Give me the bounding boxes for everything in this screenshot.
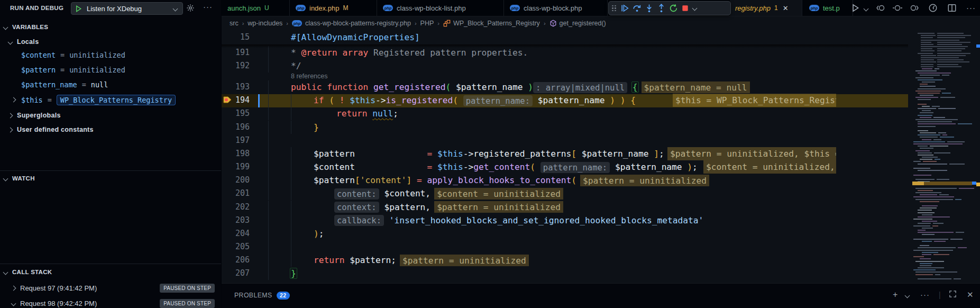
continue-to-icon[interactable] bbox=[909, 3, 920, 13]
section-watch[interactable]: WATCH bbox=[4, 175, 35, 182]
callstack-frame[interactable]: Request 97 (9:41:42 PM)PAUSED ON STEP bbox=[12, 284, 215, 293]
minimap-line bbox=[922, 234, 935, 235]
tab-aunch-json[interactable]: aunch.jsonU bbox=[222, 0, 290, 16]
variable-row[interactable]: $pattern_name = null bbox=[21, 80, 108, 89]
breadcrumb-item[interactable]: PHP bbox=[420, 20, 434, 27]
step-over-button[interactable] bbox=[633, 4, 642, 13]
panel-tab-output[interactable]: OUTPUT bbox=[300, 304, 980, 308]
minimap-line bbox=[937, 179, 949, 180]
tab-index-php[interactable]: phpindex.phpM bbox=[290, 0, 377, 16]
overview-ruler-current-marker bbox=[976, 183, 980, 186]
breadcrumb-item[interactable]: WP_Block_Patterns_Registry bbox=[453, 20, 540, 27]
inlay-hint: pattern_name: bbox=[541, 162, 610, 173]
breadcrumb[interactable]: src›wp-includes›phpclass-wp-block-patter… bbox=[222, 16, 908, 31]
variable-row[interactable]: $pattern = uninitialized bbox=[21, 66, 125, 74]
split-editor-icon[interactable] bbox=[947, 3, 957, 13]
close-tab-icon[interactable]: ✕ bbox=[783, 4, 789, 12]
step-out-button[interactable] bbox=[657, 4, 666, 13]
minimap-line bbox=[915, 192, 941, 193]
maximize-panel-icon[interactable] bbox=[949, 290, 957, 298]
minimap-line bbox=[935, 274, 940, 275]
tab-git-status: U bbox=[264, 4, 269, 12]
minimap-line bbox=[918, 104, 927, 105]
start-debug-icon[interactable] bbox=[75, 5, 83, 13]
function-name: is_registered bbox=[386, 95, 453, 105]
sticky-line-number: 15 bbox=[222, 31, 250, 44]
timeline-icon[interactable] bbox=[928, 3, 938, 13]
overview-ruler-marker-blue bbox=[976, 44, 980, 48]
continue-button[interactable] bbox=[620, 4, 629, 13]
section-variables[interactable]: VARIABLES bbox=[4, 24, 48, 30]
debug-current-step-icon[interactable] bbox=[223, 95, 233, 104]
restart-button[interactable] bbox=[669, 4, 678, 13]
breadcrumb-item[interactable]: get_registered() bbox=[560, 20, 606, 27]
minimap-line bbox=[918, 223, 931, 224]
minimap-line bbox=[920, 84, 928, 85]
panel-tab-badge: 22 bbox=[277, 292, 290, 300]
vscode-window: 8 references191* @return array Registere… bbox=[0, 0, 980, 308]
sticky-scroll-line[interactable]: 15 #[AllowDynamicProperties] bbox=[222, 31, 908, 44]
line-number: 207 bbox=[222, 267, 250, 280]
minimap-line bbox=[921, 37, 933, 38]
scope-user-defined-constants[interactable]: User defined constants bbox=[8, 126, 94, 133]
section-call-stack[interactable]: CALL STACK bbox=[4, 269, 52, 275]
tab-problem-count: 1 bbox=[774, 4, 778, 12]
callstack-frame[interactable]: Request 98 (9:42:42 PM)PAUSED ON STEP bbox=[12, 299, 215, 308]
new-terminal-button[interactable]: + bbox=[893, 290, 897, 300]
code-text bbox=[458, 95, 463, 105]
minimap-line bbox=[918, 232, 954, 233]
minimap-line bbox=[950, 239, 963, 240]
stop-dropdown-chevron[interactable] bbox=[692, 6, 698, 11]
minimap-line bbox=[942, 93, 951, 94]
breadcrumb-item[interactable]: class-wp-block-patterns-registry.php bbox=[305, 20, 411, 27]
tab-class-wp-block-list-php[interactable]: phpclass-wp-block-list.php bbox=[377, 0, 504, 16]
codelens-references[interactable]: 8 references bbox=[222, 73, 908, 81]
panel-more-actions[interactable]: ··· bbox=[920, 290, 930, 300]
bracket: [ bbox=[355, 175, 360, 185]
minimap-line bbox=[913, 219, 932, 220]
separator[interactable]: | bbox=[939, 290, 941, 300]
variable-row[interactable]: $content = uninitialized bbox=[21, 51, 125, 59]
breadcrumb-item[interactable]: src bbox=[230, 20, 239, 27]
debug-inline-value: $this = WP_Block_Patterns_Registry, $pat… bbox=[673, 94, 836, 107]
scope-locals[interactable]: Locals bbox=[8, 38, 39, 46]
code-text bbox=[535, 162, 541, 172]
run-dropdown-chevron[interactable] bbox=[864, 3, 868, 13]
code-line-content: */ bbox=[291, 59, 301, 73]
code-line-195: 195return null; bbox=[222, 107, 908, 120]
launch-config-dropdown[interactable]: Listen for XDebug bbox=[71, 2, 183, 15]
tab-active-registry-php[interactable]: registry.php1✕ bbox=[730, 0, 802, 16]
breadcrumb-item[interactable]: wp-includes bbox=[248, 20, 282, 27]
line-number: 197 bbox=[222, 134, 250, 147]
codelens-text[interactable]: 8 references bbox=[291, 73, 327, 80]
panel-tab-problems[interactable]: PROBLEMS22 bbox=[234, 286, 980, 304]
tab-class-wp-block-php[interactable]: phpclass-wp-block.php bbox=[504, 0, 608, 16]
tab-test-p[interactable]: phptest.p bbox=[802, 0, 853, 16]
minimap-line bbox=[918, 230, 926, 231]
keyword: public bbox=[291, 82, 322, 92]
indent-guide bbox=[268, 94, 269, 107]
drag-handle-icon[interactable] bbox=[612, 5, 616, 12]
settings-gear-icon[interactable] bbox=[186, 4, 195, 12]
minimap-line bbox=[918, 53, 933, 54]
debug-inline-value: $pattern_name = null bbox=[642, 81, 750, 93]
close-panel-icon[interactable]: ✕ bbox=[967, 290, 974, 300]
stop-button[interactable] bbox=[681, 4, 689, 12]
minimap-line bbox=[920, 137, 938, 138]
code-text: -> bbox=[375, 95, 386, 105]
scope-superglobals[interactable]: Superglobals bbox=[8, 112, 61, 119]
sidebar-more-actions[interactable]: ··· bbox=[203, 2, 213, 11]
variable-row[interactable]: $this = WP_Block_Patterns_Registry bbox=[21, 95, 176, 105]
indent-guide bbox=[268, 80, 269, 94]
inlay-hint: pattern_name: bbox=[463, 95, 533, 106]
run-file-button[interactable] bbox=[850, 3, 860, 13]
run-to-line-icon[interactable] bbox=[892, 3, 903, 13]
bracket: { bbox=[630, 95, 636, 105]
minimap-line bbox=[921, 42, 931, 43]
more-actions-icon[interactable]: ··· bbox=[966, 3, 976, 13]
minimap-line bbox=[923, 161, 937, 162]
minimap-line bbox=[921, 59, 934, 60]
reverse-continue-icon[interactable] bbox=[875, 3, 886, 13]
terminal-dropdown-chevron[interactable] bbox=[905, 290, 909, 300]
step-into-button[interactable] bbox=[645, 4, 654, 13]
